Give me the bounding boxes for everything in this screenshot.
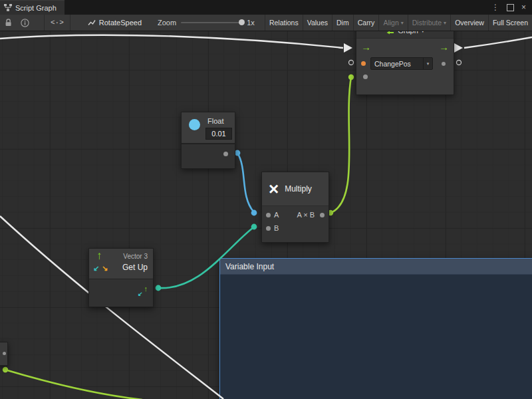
values-button[interactable]: Values (303, 15, 332, 31)
dim-button[interactable]: Dim (332, 15, 353, 31)
zoom-control: Zoom 1x (158, 15, 255, 31)
graph-toolbar: <·> RotateSpeed Zoom 1x Relations Values… (0, 15, 532, 31)
multiply-row-b: B (262, 222, 329, 235)
window-menu-icon[interactable]: ⋮ (491, 3, 499, 11)
value-port[interactable] (442, 62, 446, 66)
node-partial-left[interactable] (0, 342, 8, 366)
wire-end-dot[interactable] (251, 210, 257, 216)
window-controls: ⋮ × (491, 0, 532, 15)
wire-control-flow-in[interactable] (0, 35, 343, 48)
relations-button[interactable]: Relations (265, 15, 303, 31)
group-header[interactable]: Variable Input (220, 259, 532, 275)
variable-row: ChangePos ▾ (356, 56, 454, 70)
control-arrow-in-icon[interactable] (344, 43, 352, 53)
vector3-body: ↑ ↙ (89, 279, 153, 307)
wire-end-dot[interactable] (348, 74, 354, 80)
port-circle-left[interactable] (349, 61, 354, 65)
wire-end-dot[interactable] (251, 224, 257, 230)
mini-downleft-arrow-icon: ↙ (138, 291, 143, 297)
tab-label: Script Graph (15, 4, 57, 12)
wire-end-dot[interactable] (3, 367, 8, 372)
lock-icon (5, 19, 12, 27)
code-view-button[interactable]: <·> (44, 15, 70, 31)
variable-dropdown-value: ChangePos (371, 60, 423, 68)
port-b-label: B (274, 224, 279, 232)
zoom-slider[interactable] (181, 22, 242, 23)
partial-node-port[interactable] (3, 352, 6, 355)
align-button[interactable]: Align▾ (378, 15, 407, 31)
variable-port-orange[interactable] (361, 61, 366, 66)
dropdown-arrow-icon: ▾ (444, 20, 446, 26)
float-type-icon (189, 119, 200, 130)
input-port-row (356, 70, 454, 86)
script-graph-asset-icon (88, 19, 96, 27)
value-input-port[interactable] (363, 74, 368, 79)
multiply-icon: × (269, 180, 279, 198)
lock-button[interactable] (0, 15, 17, 31)
wire-control-flow-diagonal[interactable] (0, 216, 223, 399)
float-header: Float 0.01 (182, 112, 235, 144)
float-output-port[interactable] (223, 152, 228, 156)
wire-end-dot[interactable] (156, 285, 162, 291)
node-float[interactable]: Float 0.01 (181, 112, 235, 169)
multiply-row-a: A A × B (262, 209, 329, 222)
graph-unit-header[interactable]: Graph ▾ (356, 31, 454, 39)
zoom-slider-knob[interactable] (239, 19, 245, 25)
graph-asset-breadcrumb[interactable]: RotateSpeed (88, 15, 142, 31)
script-graph-window: Script Graph ⋮ × <·> (0, 0, 532, 399)
wire-control-flow-out[interactable] (464, 37, 532, 48)
input-port-b[interactable] (266, 226, 271, 231)
group-title: Variable Input (225, 262, 274, 271)
control-arrow-out-icon[interactable] (454, 43, 463, 53)
multiply-body: A A × B B (262, 206, 329, 242)
vector3-type-label: Vector 3 (123, 253, 148, 260)
float-title: Float (207, 117, 223, 125)
multiply-header: × Multiply (262, 172, 329, 206)
wire-blue-float-to-multiply-a[interactable] (237, 153, 253, 211)
vector3-downright-arrow-icon: ↘ (102, 264, 108, 273)
port-a-label: A (274, 211, 279, 219)
window-titlebar: Script Graph ⋮ × (0, 0, 532, 15)
vector3-header: ↑ ↙ ↘ Vector 3 Get Up (89, 249, 153, 279)
node-graph-unit[interactable]: Graph ▾ → → ChangePos ▾ (356, 31, 454, 95)
result-label: A × B (297, 211, 315, 219)
multiply-title: Multiply (285, 184, 312, 194)
control-out-arrow-icon[interactable]: → (439, 41, 449, 54)
dropdown-arrow-icon: ▾ (423, 58, 432, 69)
node-vector3-get-up[interactable]: ↑ ↙ ↘ Vector 3 Get Up ↑ ↙ (88, 248, 154, 307)
input-port-a[interactable] (266, 213, 271, 217)
node-multiply[interactable]: × Multiply A A × B B (261, 172, 329, 243)
mini-up-arrow-icon: ↑ (144, 285, 148, 293)
output-port-result[interactable] (320, 213, 325, 217)
full-screen-button[interactable]: Full Screen (488, 15, 532, 31)
control-port-row: → → (356, 39, 454, 56)
distribute-button[interactable]: Distribute▾ (408, 15, 450, 31)
code-icon: <·> (51, 19, 64, 27)
wire-green-bottom-left[interactable] (5, 370, 142, 399)
float-body (182, 144, 235, 168)
wire-green-multiply-to-changepos[interactable] (331, 77, 351, 213)
close-icon[interactable]: × (521, 3, 526, 11)
vector3-downleft-arrow-icon: ↙ (93, 264, 99, 273)
dropdown-arrow-icon: ▾ (401, 20, 404, 26)
maximize-icon[interactable] (507, 4, 514, 11)
graph-asset-name: RotateSpeed (99, 19, 142, 27)
toolbar-buttons: Relations Values Dim Carry Align▾ Distri… (265, 15, 532, 31)
info-button[interactable] (17, 15, 33, 31)
info-icon (21, 19, 29, 27)
carry-button[interactable]: Carry (353, 15, 379, 31)
zoom-value: 1x (247, 19, 255, 27)
graph-hierarchy-icon (4, 4, 12, 11)
group-variable-input[interactable]: Variable Input (219, 258, 532, 399)
graph-canvas[interactable]: Variable Input (0, 31, 532, 399)
vector3-title: Get Up (122, 263, 148, 272)
vector3-output-port[interactable]: ↑ ↙ (138, 286, 148, 297)
vector3-up-arrow-icon: ↑ (96, 249, 102, 263)
port-circle-right[interactable] (457, 61, 462, 65)
control-in-arrow-icon[interactable]: → (361, 41, 371, 54)
zoom-label: Zoom (158, 19, 176, 27)
variable-dropdown[interactable]: ChangePos ▾ (370, 57, 433, 70)
float-value-input[interactable]: 0.01 (205, 128, 232, 140)
tab-script-graph[interactable]: Script Graph (0, 0, 65, 15)
overview-button[interactable]: Overview (450, 15, 488, 31)
